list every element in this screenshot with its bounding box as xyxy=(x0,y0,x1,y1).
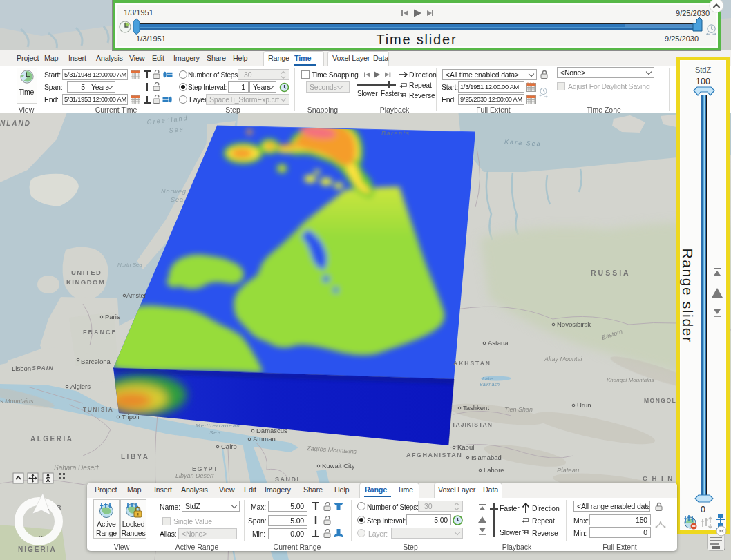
svg-text:Sea: Sea xyxy=(171,196,184,203)
svg-text:Khangai Mountains: Khangai Mountains xyxy=(607,377,654,383)
svg-text:TUNISIA: TUNISIA xyxy=(83,406,114,413)
svg-text:Lisbon: Lisbon xyxy=(12,365,31,372)
svg-text:EGYPT: EGYPT xyxy=(192,465,218,472)
svg-text:LIBYA: LIBYA xyxy=(121,453,150,461)
svg-text:AKHSTAN: AKHSTAN xyxy=(453,360,491,367)
svg-text:Sea: Sea xyxy=(209,429,221,436)
svg-text:Norweg: Norweg xyxy=(161,188,187,195)
svg-text:Lahore: Lahore xyxy=(484,466,504,474)
svg-text:Plateau: Plateau xyxy=(557,466,580,474)
svg-text:Tien Shan: Tien Shan xyxy=(504,406,533,413)
svg-text:C H I N: C H I N xyxy=(643,474,674,482)
svg-text:Amman: Amman xyxy=(253,435,276,443)
svg-text:Tripoli: Tripoli xyxy=(122,413,140,421)
svg-text:North Sea: North Sea xyxy=(117,262,143,268)
svg-text:NIGERIA: NIGERIA xyxy=(18,545,57,553)
svg-text:Balkhash: Balkhash xyxy=(480,382,500,387)
svg-text:Altay Mountai: Altay Mountai xyxy=(544,356,583,363)
svg-text:ALGERIA: ALGERIA xyxy=(30,435,74,443)
svg-text:NLAND: NLAND xyxy=(0,119,31,127)
svg-text:Algiers: Algiers xyxy=(70,383,91,390)
svg-text:SAUDI: SAUDI xyxy=(275,476,300,483)
svg-text:Barcelona: Barcelona xyxy=(81,358,111,365)
svg-text:Lake: Lake xyxy=(482,376,493,381)
svg-text:Cairo: Cairo xyxy=(221,443,237,450)
svg-text:s Mountains: s Mountains xyxy=(0,398,34,405)
svg-text:RUSSIA: RUSSIA xyxy=(591,269,631,277)
svg-text:Urun: Urun xyxy=(577,401,591,409)
svg-text:Damascus: Damascus xyxy=(256,427,287,434)
svg-text:Libyan Desert: Libyan Desert xyxy=(175,472,214,479)
svg-text:Tashkent: Tashkent xyxy=(463,404,489,412)
svg-text:Islamabad: Islamabad xyxy=(471,454,502,461)
svg-text:TAJIKISTAN: TAJIKISTAN xyxy=(452,421,493,428)
svg-text:FRANCE: FRANCE xyxy=(83,329,117,336)
svg-text:UNITED: UNITED xyxy=(71,269,102,276)
svg-text:Amster: Amster xyxy=(126,292,146,299)
svg-text:Kuwait City: Kuwait City xyxy=(322,462,355,470)
svg-text:Novosibirsk: Novosibirsk xyxy=(557,320,591,328)
svg-text:Astana: Astana xyxy=(488,339,509,347)
svg-text:Mediterranean: Mediterranean xyxy=(196,423,240,429)
svg-text:Sahara Desert: Sahara Desert xyxy=(54,464,99,472)
svg-text:AFGHANISTAN: AFGHANISTAN xyxy=(406,452,462,458)
svg-text:KINGDOM: KINGDOM xyxy=(66,278,105,286)
svg-text:Kabul: Kabul xyxy=(457,443,474,451)
svg-text:Barents: Barents xyxy=(381,130,410,137)
svg-text:SPAIN: SPAIN xyxy=(32,365,54,371)
svg-text:MONGOLI: MONGOLI xyxy=(644,397,679,404)
svg-text:Paris: Paris xyxy=(105,313,120,320)
